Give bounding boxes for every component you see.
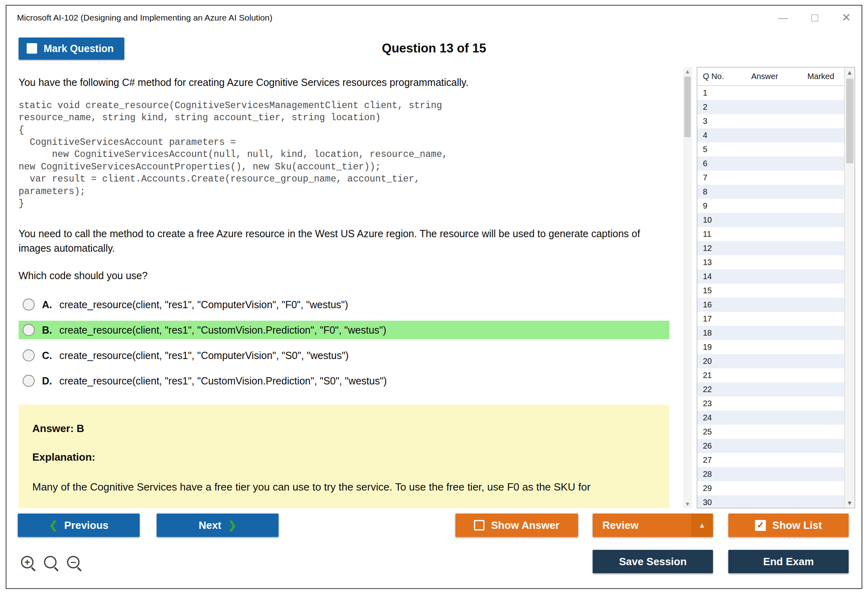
scroll-up-icon[interactable]: ▲ — [685, 69, 690, 74]
row-qno: 15 — [697, 286, 732, 295]
main-scrollbar[interactable]: ▲ ▼ — [683, 67, 692, 508]
row-qno: 17 — [697, 314, 732, 324]
option-c-text: create_resource(client, "res1", "Compute… — [59, 350, 349, 361]
question-list-row[interactable]: 9 — [697, 199, 844, 213]
question-list-row[interactable]: 28 — [697, 467, 844, 481]
question-intro: You have the following C# method for cre… — [19, 77, 675, 88]
question-scenario: You need to call the method to create a … — [19, 227, 660, 255]
show-list-button[interactable]: ✓ Show List — [728, 514, 849, 537]
show-answer-checkbox[interactable] — [474, 520, 484, 530]
question-list-row[interactable]: 21 — [697, 368, 844, 382]
question-header: Mark Question Question 13 of 15 — [6, 30, 862, 67]
column-answer: Answer — [732, 72, 797, 81]
question-list-row[interactable]: 22 — [697, 382, 844, 397]
row-qno: 26 — [697, 441, 732, 451]
option-c[interactable]: C. create_resource(client, "res1", "Comp… — [19, 346, 669, 365]
row-qno: 7 — [697, 173, 732, 182]
option-d-radio[interactable] — [23, 375, 35, 387]
explanation-text: Many of the Cognitive Services have a fr… — [32, 480, 656, 494]
show-answer-button[interactable]: Show Answer — [455, 514, 578, 537]
row-qno: 16 — [697, 300, 732, 309]
option-a[interactable]: A. create_resource(client, "res1", "Comp… — [19, 295, 669, 314]
question-list-row[interactable]: 11 — [697, 227, 844, 241]
row-qno: 3 — [697, 117, 732, 126]
question-list-row[interactable]: 23 — [697, 397, 844, 411]
column-qno: Q No. — [697, 72, 732, 81]
question-list-row[interactable]: 10 — [697, 213, 844, 227]
zoom-reset-icon[interactable] — [44, 556, 57, 568]
row-qno: 24 — [697, 413, 732, 422]
review-label: Review — [602, 519, 639, 532]
row-qno: 21 — [697, 371, 732, 380]
maximize-icon[interactable]: □ — [811, 12, 818, 23]
option-c-radio[interactable] — [23, 349, 35, 361]
row-qno: 8 — [697, 187, 732, 196]
question-list-row[interactable]: 12 — [697, 241, 844, 255]
question-list-row[interactable]: 24 — [697, 411, 844, 425]
minimize-icon[interactable]: — — [778, 13, 788, 23]
zoom-controls: + − — [21, 556, 80, 568]
title-bar: Microsoft AI-102 (Designing and Implemen… — [6, 6, 862, 30]
question-list-row[interactable]: 19 — [697, 340, 844, 354]
zoom-in-icon[interactable]: + — [21, 556, 34, 568]
main-scrollbar-thumb[interactable] — [684, 77, 691, 137]
close-icon[interactable]: ✕ — [842, 12, 851, 23]
option-a-radio[interactable] — [23, 299, 35, 311]
scroll-down-icon[interactable]: ▼ — [685, 501, 690, 507]
review-button[interactable]: Review ▲ — [593, 514, 713, 537]
row-qno: 25 — [697, 427, 732, 436]
question-list-row[interactable]: 16 — [697, 298, 844, 312]
row-qno: 11 — [697, 230, 732, 239]
show-list-checkbox[interactable]: ✓ — [755, 520, 766, 531]
question-list-row[interactable]: 15 — [697, 284, 844, 298]
question-list-row[interactable]: 7 — [697, 171, 844, 185]
explanation-label: Explanation: — [32, 451, 656, 464]
scroll-down-icon[interactable]: ▼ — [847, 500, 853, 506]
question-list-row[interactable]: 29 — [697, 481, 844, 495]
question-list-row[interactable]: 30 — [697, 495, 844, 508]
question-list-row[interactable]: 5 — [697, 142, 844, 157]
next-button[interactable]: Next ❯ — [157, 514, 279, 537]
row-qno: 27 — [697, 455, 732, 465]
question-list-row[interactable]: 3 — [697, 114, 844, 128]
row-qno: 18 — [697, 328, 732, 338]
question-list-scrollbar-thumb[interactable] — [846, 79, 853, 163]
zoom-out-icon[interactable]: − — [67, 556, 80, 568]
option-b-letter: B. — [42, 324, 52, 336]
question-list-row[interactable]: 2 — [697, 100, 844, 114]
end-exam-label: End Exam — [763, 555, 814, 568]
end-exam-button[interactable]: End Exam — [728, 550, 849, 573]
question-list-row[interactable]: 25 — [697, 425, 844, 439]
row-qno: 19 — [697, 342, 732, 352]
question-list-panel: Q No. Answer Marked 12345678910111213141… — [697, 67, 855, 508]
question-list-row[interactable]: 27 — [697, 453, 844, 467]
question-list-row[interactable]: 8 — [697, 185, 844, 199]
question-list-row[interactable]: 4 — [697, 128, 844, 142]
row-qno: 20 — [697, 357, 732, 366]
question-prompt: Which code should you use? — [19, 270, 675, 282]
save-session-button[interactable]: Save Session — [593, 550, 713, 573]
save-session-label: Save Session — [619, 555, 687, 568]
previous-button[interactable]: ❮ Previous — [18, 514, 140, 537]
option-b-radio[interactable] — [23, 324, 35, 336]
option-d-text: create_resource(client, "res1", "CustomV… — [59, 375, 387, 387]
mark-question-checkbox[interactable] — [27, 43, 37, 54]
question-list-row[interactable]: 13 — [697, 255, 844, 269]
question-list-row[interactable]: 26 — [697, 439, 844, 453]
question-panel: You have the following C# method for cre… — [6, 67, 683, 508]
question-list-scrollbar[interactable]: ▲ ▼ — [844, 67, 855, 508]
question-list-row[interactable]: 17 — [697, 312, 844, 326]
question-list-row[interactable]: 1 — [697, 86, 844, 100]
caret-up-icon[interactable]: ▲ — [691, 514, 713, 537]
option-d[interactable]: D. create_resource(client, "res1", "Cust… — [19, 372, 669, 390]
scroll-up-icon[interactable]: ▲ — [847, 69, 853, 75]
mark-question-button[interactable]: Mark Question — [19, 38, 124, 60]
footer-toolbar: ❮ Previous Next ❯ Show Answer Review ▲ ✓… — [6, 508, 862, 588]
question-list-row[interactable]: 18 — [697, 326, 844, 340]
option-b[interactable]: B. create_resource(client, "res1", "Cust… — [19, 321, 669, 339]
question-counter: Question 13 of 15 — [382, 41, 486, 56]
question-list-row[interactable]: 14 — [697, 269, 844, 284]
answer-label: Answer: B — [32, 422, 656, 435]
question-list-row[interactable]: 20 — [697, 354, 844, 368]
question-list-row[interactable]: 6 — [697, 157, 844, 171]
